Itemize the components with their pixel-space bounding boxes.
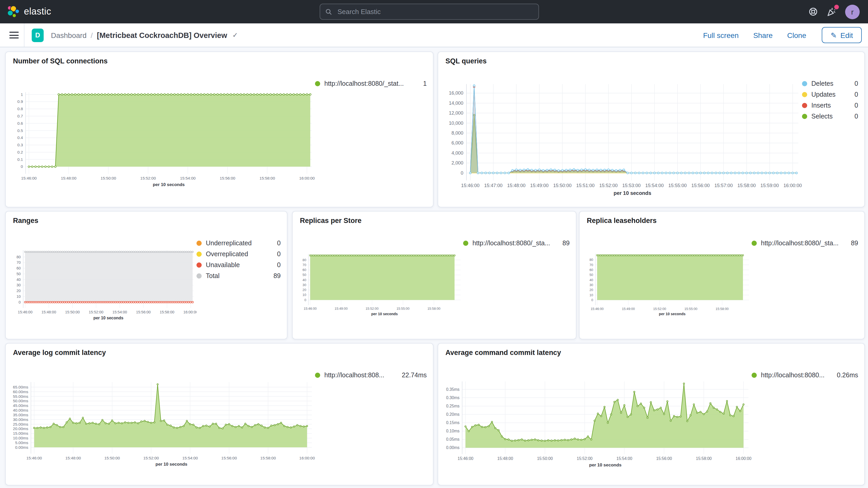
svg-text:per 10 seconds: per 10 seconds — [371, 312, 398, 316]
svg-text:60: 60 — [303, 268, 306, 272]
title-check-icon[interactable]: ✓ — [232, 31, 238, 39]
dashboard-badge[interactable]: D — [32, 28, 44, 42]
chart-replica-leaseholders[interactable]: 0102030405060708015:46:0015:49:0015:52:0… — [583, 229, 751, 337]
chart-number-of-sql-connections[interactable]: 00.10.20.30.40.50.60.70.80.9115:46:0015:… — [9, 70, 315, 205]
chart-legend: http://localhost:8080...0.26ms — [751, 361, 858, 483]
svg-text:15:52:00: 15:52:00 — [144, 456, 159, 460]
legend-item[interactable]: http://localhost:8080/_sta...89 — [463, 238, 570, 248]
svg-text:0.25ms: 0.25ms — [446, 404, 460, 408]
legend-item[interactable]: Total89 — [196, 270, 281, 281]
svg-text:15:58:00: 15:58:00 — [737, 183, 756, 188]
legend-item[interactable]: Inserts0 — [802, 100, 858, 111]
svg-text:60: 60 — [17, 266, 21, 270]
svg-text:15:59:00: 15:59:00 — [761, 183, 779, 188]
panel-title[interactable]: Average command commit latency — [445, 349, 561, 357]
legend-item[interactable]: Updates0 — [802, 89, 858, 100]
legend-item[interactable]: Overreplicated0 — [196, 248, 281, 259]
breadcrumb-dashboard[interactable]: Dashboard — [51, 31, 87, 39]
panel-title[interactable]: Number of SQL connections — [13, 57, 107, 65]
user-avatar[interactable]: r — [845, 4, 860, 19]
svg-text:14,000: 14,000 — [449, 100, 463, 106]
svg-text:15:48:00: 15:48:00 — [41, 310, 56, 314]
panel-ranges: Ranges 0102030405060708015:46:0015:48:00… — [5, 211, 287, 339]
share-button[interactable]: Share — [753, 31, 773, 39]
legend-series-dot — [802, 103, 807, 108]
legend-item[interactable]: http://localhost:8080/_stat...1 — [315, 78, 427, 89]
svg-text:15:54:00: 15:54:00 — [616, 456, 632, 461]
svg-text:15:50:00: 15:50:00 — [537, 456, 553, 461]
svg-text:0.05ms: 0.05ms — [446, 437, 460, 441]
svg-text:per 10 seconds: per 10 seconds — [93, 316, 123, 320]
svg-text:70: 70 — [303, 263, 306, 267]
svg-text:16:00:00: 16:00:00 — [183, 310, 196, 314]
help-button[interactable] — [808, 6, 818, 17]
legend-label: http://localhost:8080... — [761, 371, 825, 378]
panel-title[interactable]: Replicas per Store — [300, 217, 362, 224]
svg-text:15:52:00: 15:52:00 — [599, 183, 618, 188]
elastic-logo-icon — [6, 5, 20, 19]
chart-replicas-per-store[interactable]: 0102030405060708015:46:0015:49:0015:52:0… — [296, 229, 463, 337]
legend-label: Deletes — [811, 80, 833, 87]
svg-text:35.00ms: 35.00ms — [13, 413, 28, 417]
svg-text:0: 0 — [461, 171, 463, 176]
elastic-logo-link[interactable]: elastic — [6, 5, 51, 19]
legend-item[interactable]: Underreplicated0 — [196, 238, 281, 248]
svg-text:16,000: 16,000 — [449, 90, 463, 96]
svg-text:40: 40 — [303, 278, 306, 282]
clone-button[interactable]: Clone — [787, 31, 806, 39]
legend-value: 0 — [849, 80, 858, 87]
menu-button[interactable] — [9, 32, 19, 38]
svg-text:0.8: 0.8 — [18, 106, 23, 111]
svg-text:15:54:00: 15:54:00 — [112, 310, 127, 314]
chart-average-log-commit-latency[interactable]: 0.00ms5.00ms10.00ms15.00ms20.00ms25.00ms… — [9, 361, 315, 483]
svg-text:40.00ms: 40.00ms — [13, 408, 28, 413]
svg-text:55.00ms: 55.00ms — [13, 394, 28, 399]
breadcrumb-separator: / — [91, 31, 93, 39]
svg-text:0.30ms: 0.30ms — [446, 396, 460, 400]
edit-button[interactable]: ✎ Edit — [822, 27, 862, 43]
legend-label: http://localhost:8080/_sta... — [761, 239, 839, 247]
svg-text:15:50:00: 15:50:00 — [100, 176, 116, 180]
legend-value: 22.74ms — [397, 371, 427, 378]
search-input[interactable] — [337, 7, 533, 16]
svg-text:15:57:00: 15:57:00 — [714, 183, 733, 188]
legend-value: 89 — [557, 239, 570, 247]
whats-new-button[interactable] — [827, 6, 837, 17]
svg-text:8,000: 8,000 — [452, 130, 463, 135]
svg-text:0.7: 0.7 — [18, 114, 23, 118]
legend-series-dot — [463, 240, 468, 246]
full-screen-button[interactable]: Full screen — [703, 31, 739, 39]
svg-text:45.00ms: 45.00ms — [13, 403, 28, 408]
chart-legend: http://localhost:8080/_sta...89 — [463, 229, 570, 337]
life-ring-icon — [808, 7, 818, 17]
page-title[interactable]: [Metricbeat CockroachDB] Overview — [97, 31, 227, 39]
legend-series-dot — [802, 81, 807, 86]
panel-title[interactable]: Average log commit latency — [13, 349, 106, 357]
svg-text:80: 80 — [589, 258, 593, 262]
svg-text:15:46:00: 15:46:00 — [591, 307, 604, 311]
legend-series-dot — [196, 251, 202, 256]
chart-sql-queries[interactable]: 02,0004,0006,0008,00010,00012,00014,0001… — [441, 70, 802, 205]
panel-title[interactable]: Replica leaseholders — [587, 217, 657, 224]
panel-number-of-sql-connections: Number of SQL connections 00.10.20.30.40… — [5, 52, 433, 207]
legend-series-dot — [196, 273, 202, 278]
legend-item[interactable]: Selects0 — [802, 111, 858, 122]
legend-item[interactable]: Deletes0 — [802, 78, 858, 89]
chart-average-command-commit-latency[interactable]: 0.00ms0.05ms0.10ms0.15ms0.20ms0.25ms0.30… — [441, 361, 751, 483]
global-search[interactable] — [320, 4, 539, 20]
legend-item[interactable]: http://localhost:8080/_sta...89 — [751, 238, 858, 248]
legend-item[interactable]: http://localhost:808...22.74ms — [315, 369, 427, 380]
svg-text:20: 20 — [589, 288, 593, 292]
svg-text:0.00ms: 0.00ms — [446, 446, 460, 450]
chart-ranges[interactable]: 0102030405060708015:46:0015:48:0015:50:0… — [9, 229, 196, 337]
legend-label: Selects — [811, 113, 833, 120]
panel-title[interactable]: SQL queries — [445, 57, 487, 65]
legend-item[interactable]: http://localhost:8080...0.26ms — [751, 369, 858, 380]
panel-title[interactable]: Ranges — [13, 217, 38, 224]
pencil-icon: ✎ — [831, 31, 837, 39]
header-icons: r — [808, 4, 860, 19]
legend-value: 0.26ms — [832, 371, 858, 378]
svg-text:15:50:00: 15:50:00 — [553, 183, 572, 188]
legend-item[interactable]: Unavailable0 — [196, 259, 281, 270]
svg-text:40: 40 — [589, 278, 593, 282]
